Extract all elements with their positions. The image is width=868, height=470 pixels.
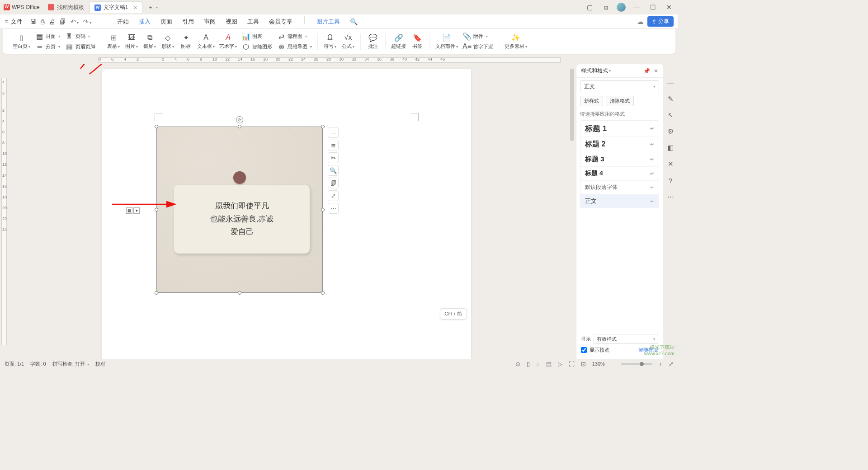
file-menu[interactable]: 文件 bbox=[11, 18, 23, 26]
dropcap-button[interactable]: A≡首字下沉 bbox=[462, 42, 493, 51]
ruler-horizontal[interactable]: 8642246810121416182022242628303234363840… bbox=[0, 56, 678, 64]
table-button[interactable]: ⊞表格▾ bbox=[107, 33, 120, 50]
maximize-button[interactable]: ☐ bbox=[647, 2, 658, 13]
menu-tab-view[interactable]: 视图 bbox=[225, 16, 238, 28]
resize-handle[interactable] bbox=[155, 291, 158, 295]
proof-status[interactable]: 校对 bbox=[95, 361, 105, 367]
window-layout-icon[interactable]: ▢ bbox=[584, 2, 595, 13]
picture-button[interactable]: 🖼图片▾ bbox=[125, 33, 138, 50]
close-panel-icon[interactable]: ✕ bbox=[654, 68, 658, 74]
new-style-button[interactable]: 新样式 bbox=[580, 96, 603, 106]
fit-icon[interactable]: ⊡ bbox=[581, 361, 586, 367]
style-item[interactable]: 标题 1↵ bbox=[580, 121, 659, 137]
pin-icon[interactable]: 📌 bbox=[643, 68, 650, 74]
section-break-button[interactable]: ≣分页▾ bbox=[35, 42, 60, 51]
web-view-icon[interactable]: ▤ bbox=[546, 361, 552, 367]
minimize-button[interactable]: — bbox=[631, 2, 642, 13]
zoom-out-icon[interactable]: − bbox=[611, 361, 615, 367]
rotate-handle[interactable]: ⟳ bbox=[236, 116, 243, 123]
share-button[interactable]: ⇪ 分享 bbox=[647, 16, 674, 27]
page-view-icon[interactable]: ▯ bbox=[527, 361, 530, 367]
help-icon[interactable]: ? bbox=[665, 175, 675, 185]
page-number-button[interactable]: 🗏页码▾ bbox=[65, 32, 95, 41]
edit-icon[interactable]: ✎ bbox=[665, 94, 675, 104]
screenshot-button[interactable]: ⧉截屏▾ bbox=[143, 33, 156, 50]
reading-view-icon[interactable]: ▷ bbox=[558, 361, 562, 367]
show-filter-select[interactable]: 有效样式▾ bbox=[594, 334, 658, 344]
preview-checkbox[interactable] bbox=[581, 347, 587, 353]
focus-mode-icon[interactable]: ⊙ bbox=[515, 361, 520, 367]
user-avatar[interactable] bbox=[617, 3, 626, 12]
menu-tab-member[interactable]: 会员专享 bbox=[268, 16, 293, 28]
current-style-select[interactable]: 正文▾ bbox=[580, 80, 659, 92]
more-icon[interactable]: ⋯ bbox=[665, 192, 675, 202]
equation-button[interactable]: √x公式▾ bbox=[341, 33, 355, 50]
word-count[interactable]: 字数: 0 bbox=[30, 361, 46, 367]
menu-tab-picture-tools[interactable]: 图片工具 bbox=[316, 16, 341, 28]
chart-button[interactable]: 📊图表 bbox=[241, 32, 272, 41]
menu-tab-home[interactable]: 开始 bbox=[116, 16, 130, 28]
extract-button[interactable]: ⤢ bbox=[328, 190, 339, 201]
textbox-button[interactable]: A文本框▾ bbox=[197, 33, 215, 50]
attachment-button[interactable]: 📎附件▾ bbox=[462, 32, 493, 41]
outline-view-icon[interactable]: ≡ bbox=[536, 361, 540, 367]
save-icon[interactable]: 🖫 bbox=[30, 18, 36, 25]
page-indicator[interactable]: 页面: 1/1 bbox=[5, 361, 24, 367]
replace-button[interactable]: 🗐 bbox=[328, 178, 339, 188]
expand-icon[interactable]: ⤢ bbox=[669, 361, 674, 367]
menu-tab-tools[interactable]: 工具 bbox=[246, 16, 260, 28]
more-button[interactable]: ⋯ bbox=[328, 203, 339, 214]
close-icon[interactable]: × bbox=[133, 4, 137, 11]
menu-tab-page[interactable]: 页面 bbox=[160, 16, 173, 28]
tab-document[interactable]: 文字文稿1 × bbox=[90, 1, 142, 13]
flowchart-button[interactable]: ⇄流程图▾ bbox=[277, 32, 312, 41]
comment-button[interactable]: 💬批注 bbox=[366, 33, 380, 50]
hyperlink-button[interactable]: 🔗超链接 bbox=[391, 33, 406, 50]
collapse-button[interactable]: — bbox=[328, 127, 339, 138]
ruler-vertical[interactable]: 4224681012141618202224 bbox=[0, 64, 8, 359]
tab-template[interactable]: 找稻壳模板 bbox=[43, 1, 89, 13]
print-preview-icon[interactable]: 🗐 bbox=[60, 18, 66, 25]
menu-tab-insert[interactable]: 插入 bbox=[138, 16, 151, 28]
menu-tab-review[interactable]: 审阅 bbox=[203, 16, 217, 28]
settings-icon[interactable]: ⚙ bbox=[665, 127, 675, 136]
resize-handle[interactable] bbox=[321, 291, 325, 295]
blank-page-button[interactable]: ▯空白页▾ bbox=[13, 33, 30, 50]
crop-button[interactable]: ✂ bbox=[328, 152, 339, 163]
shape-button[interactable]: ◇形状▾ bbox=[161, 33, 175, 50]
layout-button[interactable]: ≣ bbox=[328, 140, 339, 150]
undo-icon[interactable]: ↶▾ bbox=[71, 18, 79, 25]
style-item[interactable]: 默认段落字体↵ bbox=[580, 181, 659, 194]
zoom-in-icon[interactable]: + bbox=[659, 361, 662, 367]
smartart-button[interactable]: ⬡智能图形 bbox=[241, 42, 272, 51]
icon-button[interactable]: ✦图标 bbox=[179, 33, 193, 50]
cover-button[interactable]: ▤封面▾ bbox=[35, 32, 60, 41]
tools-icon[interactable]: ✕ bbox=[665, 159, 675, 169]
layers-icon[interactable]: ◧ bbox=[665, 143, 675, 153]
new-tab-button[interactable]: ＋ bbox=[146, 3, 155, 12]
style-item[interactable]: 标题 3↵ bbox=[580, 152, 659, 167]
mindmap-button[interactable]: ⊛思维导图▾ bbox=[277, 42, 312, 51]
cube-icon[interactable]: ⧈ bbox=[600, 2, 611, 13]
search-icon[interactable]: 🔍 bbox=[350, 18, 358, 25]
style-item[interactable]: 正文↵ bbox=[580, 194, 659, 208]
header-footer-button[interactable]: ▦页眉页脚 bbox=[65, 42, 95, 51]
more-assets-button[interactable]: ✨更多素材▾ bbox=[505, 33, 527, 50]
clear-format-button[interactable]: 清除格式 bbox=[606, 96, 634, 106]
resize-handle[interactable] bbox=[155, 125, 158, 128]
bookmark-button[interactable]: 🔖书签 bbox=[410, 33, 424, 50]
zoom-button[interactable]: 🔍 bbox=[328, 165, 339, 176]
hamburger-icon[interactable]: ≡ bbox=[5, 18, 8, 25]
wordart-button[interactable]: A艺术字▾ bbox=[219, 33, 237, 50]
scrollbar-vertical[interactable] bbox=[569, 64, 575, 359]
zoom-slider[interactable] bbox=[621, 363, 652, 365]
resize-handle[interactable] bbox=[238, 291, 241, 295]
close-button[interactable]: ✕ bbox=[664, 2, 675, 13]
select-icon[interactable]: ↖ bbox=[665, 110, 675, 120]
tab-more-icon[interactable]: ▾ bbox=[156, 5, 158, 9]
spellcheck-status[interactable]: 拼写检查: 打开 ▾ bbox=[52, 361, 89, 367]
style-item[interactable]: 标题 2↵ bbox=[580, 137, 659, 152]
symbol-button[interactable]: Ω符号▾ bbox=[323, 33, 337, 50]
zoom-value[interactable]: 130% bbox=[592, 361, 605, 367]
minimize-panel-icon[interactable]: — bbox=[665, 78, 675, 88]
